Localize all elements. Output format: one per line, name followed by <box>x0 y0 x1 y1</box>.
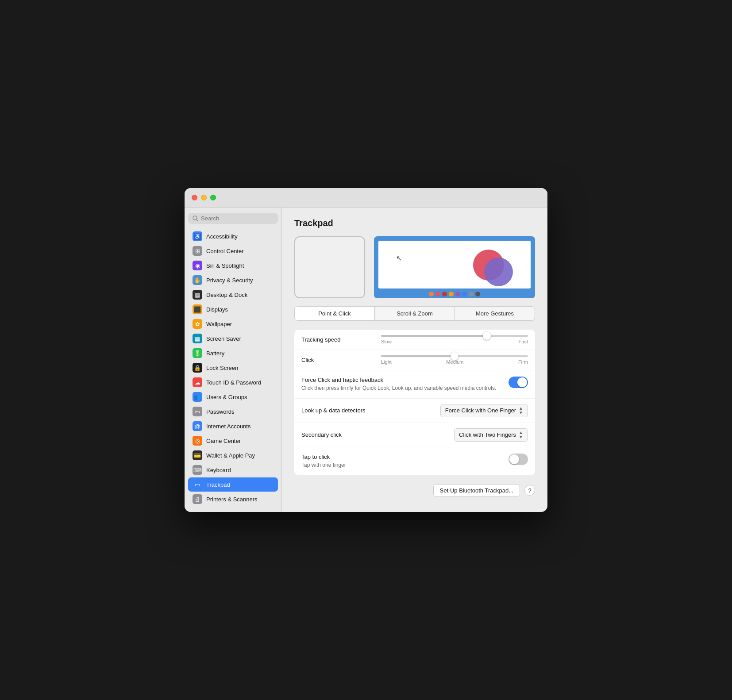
lookup-arrows: ▲▼ <box>519 406 523 415</box>
tab-more-gestures[interactable]: More Gestures <box>455 307 535 320</box>
tab-point-click[interactable]: Point & Click <box>295 307 375 320</box>
force-click-title: Force Click and haptic feedback <box>301 377 509 383</box>
display-bottom <box>374 289 535 298</box>
sidebar-item-control-center[interactable]: ⊞Control Center <box>188 244 278 258</box>
click-fill <box>381 355 455 357</box>
tap-to-click-desc: Tap with one finger <box>301 462 509 469</box>
sidebar-item-printers[interactable]: 🖨Printers & Scanners <box>188 492 278 506</box>
users-groups-icon: 👥 <box>193 392 202 402</box>
main-content: Trackpad ↖ Point & ClickScroll & ZoomMor… <box>282 208 547 512</box>
sidebar-item-passwords[interactable]: 🗝Passwords <box>188 404 278 419</box>
sidebar-item-siri-spotlight[interactable]: ◉Siri & Spotlight <box>188 258 278 273</box>
tab-scroll-zoom[interactable]: Scroll & Zoom <box>375 307 455 320</box>
click-thumb[interactable] <box>451 352 458 360</box>
display-color-dot <box>435 292 440 296</box>
sidebar-item-privacy-security[interactable]: ✋Privacy & Security <box>188 273 278 287</box>
force-click-knob <box>517 377 527 387</box>
system-preferences-window: ♿Accessibility⊞Control Center◉Siri & Spo… <box>185 188 547 512</box>
sidebar-item-game-center[interactable]: ◎Game Center <box>188 434 278 448</box>
screen-saver-icon: ▦ <box>193 334 202 343</box>
sidebar: ♿Accessibility⊞Control Center◉Siri & Spo… <box>185 208 282 512</box>
trackpad-preview <box>294 236 365 298</box>
bluetooth-trackpad-button[interactable]: Set Up Bluetooth Trackpad... <box>433 484 520 497</box>
tracking-speed-labels: Slow Fast <box>381 339 528 344</box>
search-icon <box>193 215 198 221</box>
sidebar-item-users-groups[interactable]: 👥Users & Groups <box>188 390 278 404</box>
touch-id-label: Touch ID & Password <box>206 379 261 386</box>
tracking-speed-fill <box>381 335 487 337</box>
sidebar-item-accessibility[interactable]: ♿Accessibility <box>188 229 278 243</box>
display-color-dot <box>475 292 480 296</box>
tracking-speed-label: Tracking speed <box>301 336 381 343</box>
sidebar-item-keyboard[interactable]: ⌨Keyboard <box>188 463 278 477</box>
label-firm: Firm <box>518 359 528 365</box>
sidebar-item-desktop-dock[interactable]: ▦Desktop & Dock <box>188 288 278 302</box>
passwords-icon: 🗝 <box>193 407 202 416</box>
sidebar-items: ♿Accessibility⊞Control Center◉Siri & Spo… <box>188 229 278 506</box>
keyboard-icon: ⌨ <box>193 465 202 475</box>
lock-screen-icon: 🔒 <box>193 363 202 373</box>
secondary-click-label: Secondary click <box>301 431 381 438</box>
lock-screen-label: Lock Screen <box>206 365 238 371</box>
internet-accounts-label: Internet Accounts <box>206 423 250 430</box>
force-click-text: Force Click and haptic feedback Click th… <box>301 377 509 392</box>
keyboard-label: Keyboard <box>206 467 231 473</box>
display-inner: ↖ <box>378 241 531 288</box>
circle-purple <box>484 258 513 286</box>
sidebar-item-screen-saver[interactable]: ▦Screen Saver <box>188 331 278 346</box>
close-button[interactable] <box>192 195 197 200</box>
display-color-dot <box>429 292 434 296</box>
sidebar-item-wallet[interactable]: 💳Wallet & Apple Pay <box>188 448 278 462</box>
label-slow: Slow <box>381 339 392 344</box>
minimize-button[interactable] <box>201 195 207 200</box>
privacy-security-label: Privacy & Security <box>206 277 253 284</box>
desktop-dock-icon: ▦ <box>193 290 202 300</box>
bottom-actions: Set Up Bluetooth Trackpad... ? <box>294 484 535 497</box>
display-color-dot <box>449 292 454 296</box>
game-center-label: Game Center <box>206 438 241 444</box>
display-color-dot <box>455 292 460 296</box>
label-light: Light <box>381 359 392 365</box>
click-row: Click Light Medium Firm <box>294 350 535 370</box>
traffic-lights <box>192 195 216 200</box>
sidebar-item-trackpad[interactable]: ▭Trackpad <box>188 477 278 492</box>
displays-icon: ⬛ <box>193 304 202 314</box>
sidebar-item-lock-screen[interactable]: 🔒Lock Screen <box>188 361 278 375</box>
sidebar-item-displays[interactable]: ⬛Displays <box>188 302 278 316</box>
privacy-security-icon: ✋ <box>193 275 202 285</box>
force-click-toggle[interactable] <box>509 377 528 388</box>
lookup-value: Force Click with One Finger <box>445 407 516 414</box>
sidebar-item-internet-accounts[interactable]: @Internet Accounts <box>188 419 278 433</box>
tap-to-click-toggle[interactable] <box>509 454 528 465</box>
wallet-icon: 💳 <box>193 450 202 460</box>
battery-icon: 🔋 <box>193 348 202 358</box>
display-color-dot <box>469 292 474 296</box>
secondary-click-select[interactable]: Click with Two Fingers ▲▼ <box>454 428 528 442</box>
desktop-dock-label: Desktop & Dock <box>206 292 247 298</box>
sidebar-item-battery[interactable]: 🔋Battery <box>188 346 278 360</box>
wallpaper-label: Wallpaper <box>206 321 232 327</box>
secondary-click-value: Click with Two Fingers <box>459 431 516 438</box>
display-preview: ↖ <box>374 236 535 298</box>
secondary-click-row: Secondary click Click with Two Fingers ▲… <box>294 423 535 447</box>
search-bar[interactable] <box>188 213 278 224</box>
tap-to-click-knob <box>509 454 519 464</box>
help-button[interactable]: ? <box>524 485 535 496</box>
lookup-select[interactable]: Force Click with One Finger ▲▼ <box>440 404 528 417</box>
tracking-speed-slider[interactable] <box>381 335 528 337</box>
sidebar-item-touch-id[interactable]: ☁Touch ID & Password <box>188 375 278 389</box>
force-click-desc: Click then press firmly for Quick Look, … <box>301 385 509 392</box>
click-label: Click <box>301 357 381 363</box>
click-control: Light Medium Firm <box>381 355 528 365</box>
accessibility-icon: ♿ <box>193 231 202 241</box>
trackpad-label: Trackpad <box>206 481 230 488</box>
tap-to-click-title: Tap to click <box>301 454 509 460</box>
maximize-button[interactable] <box>210 195 216 200</box>
tracking-speed-control: Slow Fast <box>381 335 528 344</box>
tracking-speed-thumb[interactable] <box>483 332 491 340</box>
search-input[interactable] <box>201 215 274 222</box>
sidebar-item-wallpaper[interactable]: ✿Wallpaper <box>188 317 278 331</box>
passwords-label: Passwords <box>206 408 235 415</box>
click-slider[interactable] <box>381 355 528 357</box>
page-title: Trackpad <box>294 218 535 228</box>
